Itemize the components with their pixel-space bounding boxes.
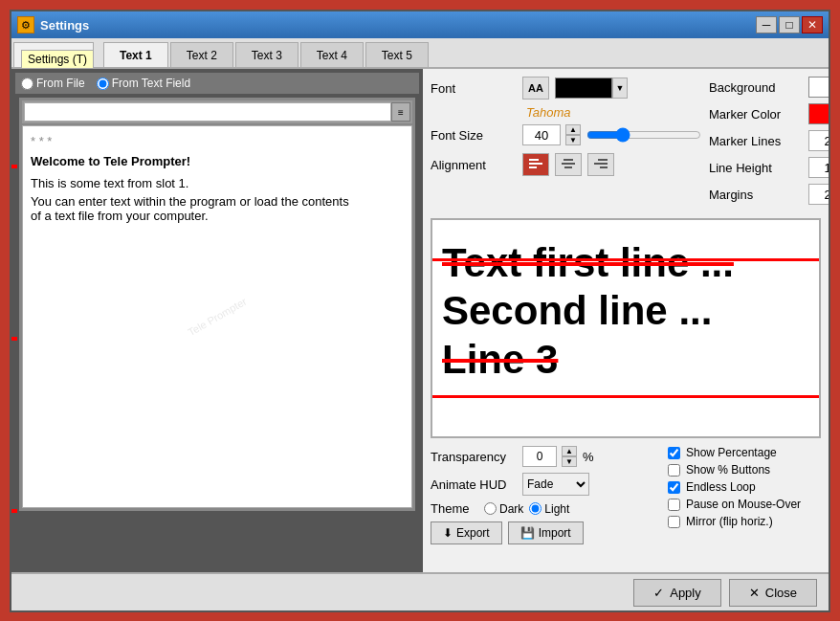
svg-rect-7: [594, 163, 608, 165]
tab-text3[interactable]: Text 3: [235, 42, 298, 67]
close-button[interactable]: ✕ Close: [729, 579, 817, 607]
font-size-label: Font Size: [431, 128, 517, 143]
from-text-field-radio-label[interactable]: From Text Field: [97, 77, 190, 90]
file-path-input[interactable]: [24, 102, 391, 122]
settings-tooltip: Settings (T): [21, 50, 94, 69]
bottom-border: [0, 611, 840, 621]
gear-icon: ⚙: [21, 19, 31, 32]
animate-hud-row: Animate HUD None Fade Slide: [431, 473, 649, 496]
animate-hud-label: Animate HUD: [431, 477, 517, 492]
apply-button[interactable]: ✓ Apply: [633, 579, 721, 607]
text-toolbar: ≡: [22, 100, 412, 123]
font-label: Font: [431, 81, 517, 96]
percent-sign: %: [583, 450, 594, 464]
browse-button[interactable]: ≡: [391, 102, 410, 122]
transparency-input[interactable]: [522, 446, 557, 467]
font-size-input[interactable]: 40: [522, 124, 561, 145]
pause-on-mouse-label: Pause on Mouse-Over: [686, 498, 801, 511]
tab-bar: Settings (T) Text 1 Text 2 Text 3 Text 4…: [11, 38, 829, 69]
left-red-accent2: [11, 337, 17, 341]
tab-text2[interactable]: Text 2: [170, 42, 233, 67]
titlebar-controls: ─ □ ✕: [756, 16, 823, 33]
bottom-right-settings: Show Percentage Show % Buttons Endless L…: [668, 446, 821, 532]
show-pct-buttons-checkbox-label[interactable]: Show % Buttons: [668, 463, 821, 477]
font-aa-button[interactable]: AA: [522, 77, 549, 100]
settings-icon: ⚙: [17, 16, 34, 33]
font-size-down[interactable]: ▼: [565, 135, 581, 145]
show-percentage-checkbox-label[interactable]: Show Percentage: [668, 446, 821, 459]
font-color-box[interactable]: [555, 78, 612, 99]
titlebar-left: ⚙ Settings: [17, 16, 89, 33]
alignment-label: Alignment: [431, 158, 517, 172]
restore-button[interactable]: □: [779, 16, 800, 33]
right-border: [830, 0, 840, 621]
marker-lines-input[interactable]: [808, 130, 829, 151]
background-row: Background ▼: [709, 77, 829, 98]
export-button[interactable]: ⬇ Export: [431, 521, 502, 544]
marker-color-box[interactable]: [808, 103, 829, 124]
transparency-up[interactable]: ▲: [562, 446, 577, 456]
from-file-radio[interactable]: [21, 78, 33, 90]
align-center-button[interactable]: [555, 153, 582, 176]
from-file-radio-label[interactable]: From File: [21, 77, 85, 90]
left-panel: From File From Text Field ≡ * * * Welcom…: [11, 69, 423, 610]
align-left-button[interactable]: [522, 153, 549, 176]
mirror-checkbox[interactable]: [668, 516, 680, 528]
marker-color-row: Marker Color ▼: [709, 103, 829, 124]
font-color-picker: ▼: [555, 78, 628, 99]
settings-top: Font AA ▼ Tahoma Font Size 40: [431, 77, 821, 211]
line-height-label: Line Height: [709, 161, 805, 175]
svg-rect-4: [562, 163, 575, 165]
source-radio-row: From File From Text Field: [15, 73, 419, 94]
font-size-row: Font Size 40 ▲ ▼: [431, 124, 701, 145]
left-settings: Font AA ▼ Tahoma Font Size 40: [431, 77, 701, 211]
margins-input[interactable]: [808, 184, 829, 205]
svg-rect-8: [600, 166, 608, 168]
endless-loop-checkbox[interactable]: [668, 481, 680, 494]
preview-top-marker: [432, 258, 819, 261]
bullet-row: * * *: [31, 134, 404, 148]
mirror-label: Mirror (flip horiz.): [686, 515, 773, 528]
align-right-button[interactable]: [587, 153, 614, 176]
svg-rect-5: [564, 166, 572, 168]
close-window-button[interactable]: ✕: [802, 16, 823, 33]
show-percentage-label: Show Percentage: [686, 446, 777, 459]
font-size-up[interactable]: ▲: [565, 124, 581, 135]
align-center-icon: [561, 157, 576, 172]
endless-loop-checkbox-label[interactable]: Endless Loop: [668, 480, 821, 494]
import-button[interactable]: 💾 Import: [508, 521, 584, 544]
background-label: Background: [709, 80, 805, 95]
marker-lines-control: ▲ ▼: [808, 130, 829, 151]
window-title: Settings: [40, 18, 89, 33]
line-height-input[interactable]: [808, 157, 829, 178]
import-icon: 💾: [520, 526, 535, 540]
font-size-slider[interactable]: [586, 127, 701, 143]
background-color-box[interactable]: [808, 77, 829, 98]
tab-text1[interactable]: Text 1: [103, 42, 168, 67]
show-pct-buttons-checkbox[interactable]: [668, 464, 680, 477]
welcome-text: Welcome to Tele Prompter!: [31, 154, 404, 168]
background-picker: ▼: [808, 77, 829, 98]
marker-lines-row: Marker Lines ▲ ▼: [709, 130, 829, 151]
tab-text4[interactable]: Text 4: [300, 42, 364, 67]
light-theme-radio[interactable]: [529, 502, 542, 515]
tab-text5[interactable]: Text 5: [365, 42, 429, 67]
font-name-display: Tahoma: [522, 103, 701, 121]
theme-label: Theme: [431, 501, 478, 516]
transparency-down[interactable]: ▼: [562, 456, 577, 467]
bottom-bar: ✓ Apply ✕ Close: [11, 572, 829, 610]
show-percentage-checkbox[interactable]: [668, 447, 680, 459]
dark-theme-option[interactable]: Dark: [484, 502, 523, 516]
right-settings: Background ▼ Marker Color ▼: [709, 77, 829, 211]
pause-on-mouse-checkbox[interactable]: [668, 499, 680, 511]
align-left-icon: [528, 157, 543, 172]
mirror-checkbox-label[interactable]: Mirror (flip horiz.): [668, 515, 821, 528]
pause-on-mouse-checkbox-label[interactable]: Pause on Mouse-Over: [668, 498, 821, 511]
light-theme-option[interactable]: Light: [529, 502, 569, 516]
from-text-field-radio[interactable]: [97, 78, 109, 90]
instruction-text: You can enter text within the program or…: [31, 194, 404, 209]
font-color-dropdown[interactable]: ▼: [612, 78, 628, 99]
dark-theme-radio[interactable]: [484, 502, 497, 515]
minimize-button[interactable]: ─: [756, 16, 777, 33]
animate-hud-select[interactable]: None Fade Slide: [522, 473, 589, 496]
